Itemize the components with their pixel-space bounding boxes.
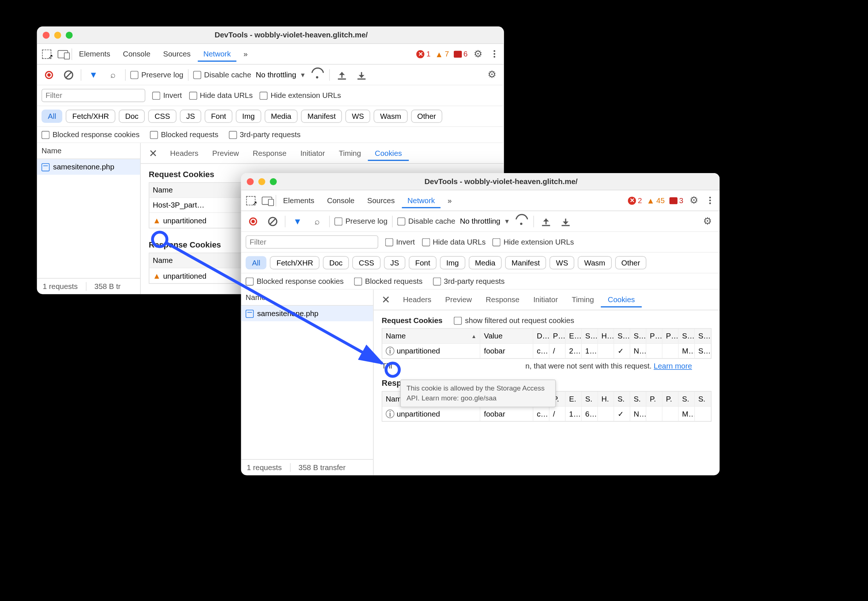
pill-ws[interactable]: WS	[550, 256, 575, 269]
warning-badge[interactable]: ▲45	[647, 196, 665, 205]
tab-elements[interactable]: Elements	[73, 46, 116, 62]
subtab-headers[interactable]: Headers	[396, 292, 439, 307]
subtab-timing[interactable]: Timing	[332, 145, 368, 161]
settings-icon[interactable]: ⚙	[686, 193, 701, 208]
preserve-log-checkbox[interactable]: Preserve log	[130, 70, 183, 79]
preserve-log-checkbox[interactable]: Preserve log	[334, 217, 387, 226]
subtab-cookies[interactable]: Cookies	[601, 292, 642, 307]
subtab-timing[interactable]: Timing	[565, 292, 601, 307]
zoom-window-icon[interactable]	[270, 178, 277, 185]
blocked-cookies-checkbox[interactable]: Blocked response cookies	[245, 277, 343, 286]
filter-input[interactable]	[41, 89, 145, 102]
filter-input[interactable]	[245, 235, 378, 249]
kebab-menu-icon[interactable]	[487, 47, 502, 62]
thirdparty-checkbox[interactable]: 3rd-party requests	[229, 130, 301, 139]
tabs-overflow[interactable]: »	[442, 192, 457, 208]
hide-ext-urls-checkbox[interactable]: Hide extension URLs	[259, 91, 341, 100]
pill-font[interactable]: Font	[409, 256, 437, 269]
pill-fetchxhr[interactable]: Fetch/XHR	[270, 256, 320, 269]
pill-manifest[interactable]: Manifest	[505, 256, 546, 269]
pill-css[interactable]: CSS	[352, 256, 381, 269]
inspect-icon[interactable]	[39, 47, 54, 62]
pill-doc[interactable]: Doc	[323, 256, 349, 269]
minimize-window-icon[interactable]	[54, 32, 61, 38]
close-window-icon[interactable]	[247, 178, 254, 185]
pill-all[interactable]: All	[245, 256, 266, 269]
disable-cache-checkbox[interactable]: Disable cache	[193, 70, 251, 79]
pill-font[interactable]: Font	[205, 110, 233, 123]
subtab-response[interactable]: Response	[246, 145, 294, 161]
download-har-icon[interactable]	[558, 214, 573, 229]
invert-checkbox[interactable]: Invert	[385, 238, 415, 246]
blocked-requests-checkbox[interactable]: Blocked requests	[354, 277, 423, 286]
pill-doc[interactable]: Doc	[119, 110, 145, 123]
download-har-icon[interactable]	[354, 67, 369, 82]
pill-img[interactable]: Img	[236, 110, 261, 123]
subtab-headers[interactable]: Headers	[163, 145, 205, 161]
warning-badge[interactable]: ▲7	[435, 49, 449, 58]
tab-console[interactable]: Console	[321, 192, 360, 208]
subtab-initiator[interactable]: Initiator	[526, 292, 565, 307]
tab-sources[interactable]: Sources	[157, 46, 196, 62]
error-badge[interactable]: ✕2	[628, 196, 642, 205]
chevron-down-icon[interactable]: ▾	[301, 70, 305, 79]
subtab-initiator[interactable]: Initiator	[294, 145, 332, 161]
cookie-row-unpartitioned[interactable]: iunpartitioned foobar c… / 2… 1… ✓ N… M……	[382, 344, 711, 358]
search-icon[interactable]: ⌕	[105, 67, 120, 82]
throttling-select[interactable]: No throttling	[256, 70, 296, 79]
tabs-overflow[interactable]: »	[238, 46, 254, 62]
issues-badge[interactable]: 3	[669, 196, 683, 205]
pill-manifest[interactable]: Manifest	[301, 110, 342, 123]
tab-network[interactable]: Network	[402, 192, 441, 208]
record-icon[interactable]	[41, 67, 56, 82]
pill-js[interactable]: JS	[180, 110, 201, 123]
hide-data-urls-checkbox[interactable]: Hide data URLs	[422, 238, 486, 246]
issues-badge[interactable]: 6	[454, 49, 468, 58]
cookie-row[interactable]: iunpartitioned foobar c… / 1… 6… ✓ N… M…	[382, 407, 711, 421]
pill-js[interactable]: JS	[384, 256, 405, 269]
upload-har-icon[interactable]	[539, 214, 553, 229]
name-column-header[interactable]: Name	[241, 290, 373, 306]
filter-toggle-icon[interactable]: ▼	[86, 67, 101, 82]
pill-all[interactable]: All	[41, 110, 62, 123]
thirdparty-checkbox[interactable]: 3rd-party requests	[433, 277, 505, 286]
chevron-down-icon[interactable]: ▾	[505, 217, 509, 226]
pill-other[interactable]: Other	[411, 110, 442, 123]
invert-checkbox[interactable]: Invert	[152, 91, 182, 100]
close-window-icon[interactable]	[43, 32, 49, 38]
learn-more-link[interactable]: Learn more	[653, 362, 692, 371]
tab-sources[interactable]: Sources	[361, 192, 400, 208]
device-toggle-icon[interactable]	[55, 47, 70, 62]
close-detail-icon[interactable]: ✕	[376, 293, 396, 306]
network-conditions-icon[interactable]	[513, 214, 528, 229]
request-row[interactable]: samesitenone.php	[37, 159, 140, 175]
pill-ws[interactable]: WS	[346, 110, 371, 123]
search-icon[interactable]: ⌕	[310, 214, 325, 229]
subtab-preview[interactable]: Preview	[439, 292, 479, 307]
hide-ext-urls-checkbox[interactable]: Hide extension URLs	[493, 238, 574, 246]
zoom-window-icon[interactable]	[65, 32, 73, 38]
pill-media[interactable]: Media	[265, 110, 298, 123]
network-settings-icon[interactable]: ⚙	[700, 214, 715, 229]
hide-data-urls-checkbox[interactable]: Hide data URLs	[189, 91, 253, 100]
pill-wasm[interactable]: Wasm	[578, 256, 612, 269]
throttling-select[interactable]: No throttling	[460, 217, 500, 226]
pill-img[interactable]: Img	[440, 256, 465, 269]
disable-cache-checkbox[interactable]: Disable cache	[397, 217, 455, 226]
clear-icon[interactable]	[61, 67, 76, 82]
device-toggle-icon[interactable]	[259, 193, 274, 208]
name-column-header[interactable]: Name	[37, 143, 140, 159]
network-settings-icon[interactable]: ⚙	[484, 67, 499, 82]
blocked-requests-checkbox[interactable]: Blocked requests	[150, 130, 218, 139]
request-row[interactable]: samesitenone.php	[241, 306, 373, 321]
record-icon[interactable]	[245, 214, 260, 229]
filter-toggle-icon[interactable]: ▼	[290, 214, 305, 229]
subtab-cookies[interactable]: Cookies	[368, 145, 409, 161]
pill-other[interactable]: Other	[615, 256, 647, 269]
tab-elements[interactable]: Elements	[277, 192, 320, 208]
blocked-cookies-checkbox[interactable]: Blocked response cookies	[41, 130, 139, 139]
error-badge[interactable]: ✕1	[416, 49, 430, 58]
minimize-window-icon[interactable]	[259, 178, 265, 185]
upload-har-icon[interactable]	[334, 67, 349, 82]
settings-icon[interactable]: ⚙	[471, 47, 486, 62]
